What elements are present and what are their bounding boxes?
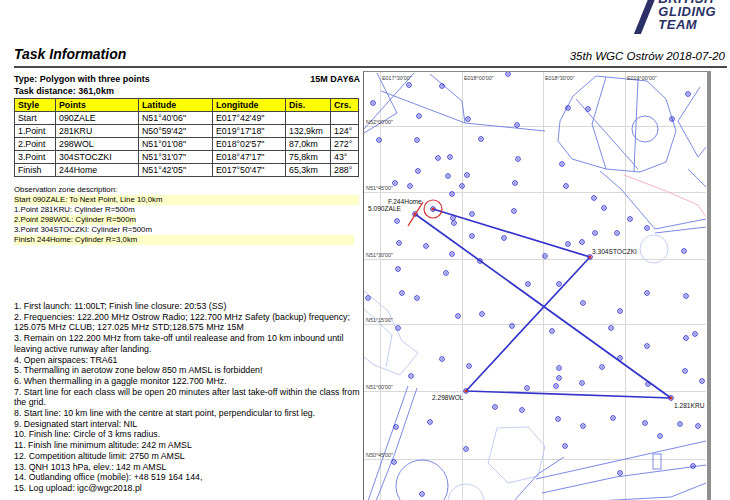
waypoint-dot-center	[521, 409, 523, 411]
waypoint-dot-center	[594, 232, 596, 234]
table-cell: Start	[15, 112, 56, 125]
airspace-boundary	[624, 175, 706, 217]
waypoint-dot-center	[471, 213, 473, 215]
table-cell: 281KRU	[56, 125, 139, 138]
waypoint-dot-center	[679, 423, 681, 425]
waypoint-dot-center	[396, 220, 398, 222]
waypoint-dot-center	[601, 366, 603, 368]
waypoint-dot-center	[378, 139, 380, 141]
table-cell	[286, 112, 331, 125]
table-cell: E017°50'47"	[213, 164, 286, 177]
waypoint-dot-center	[480, 138, 482, 140]
column-header: Style	[15, 99, 56, 112]
airspace-rect	[653, 454, 661, 469]
grid-label-latitude: N50°45'00"	[366, 452, 393, 458]
waypoint-dot-center	[582, 302, 584, 304]
page: BRITISH GLIDING TEAM Task Information 35…	[0, 0, 730, 500]
waypoint-dot-center	[367, 297, 369, 299]
note-item: 6. When thermalling in a gaggle monitor …	[14, 376, 361, 387]
table-cell: 43°	[331, 151, 359, 164]
waypoint-dot-center	[701, 380, 703, 382]
airspace-boundary	[678, 87, 706, 157]
waypoint-dot-center	[619, 357, 621, 359]
waypoint-dot-center	[397, 268, 399, 270]
waypoint-dot-center	[416, 297, 418, 299]
table-cell: N51°31'07"	[139, 151, 213, 164]
grid-label-longitude: E017°30'00"	[382, 75, 412, 81]
waypoint-dot-center	[395, 426, 397, 428]
waypoint-dot-center	[644, 422, 646, 424]
note-item: 4. Open airspaces: TRA61	[14, 355, 361, 366]
table-cell: 1.Point	[15, 125, 56, 138]
waypoint-dot-center	[612, 417, 614, 419]
logo-line-team: TEAM	[658, 18, 697, 31]
header-rule	[14, 66, 727, 68]
observation-zone-text: 2.Point 298WOL: Cylinder R=500m	[14, 215, 136, 225]
airspace-boundary	[542, 465, 706, 493]
waypoint-dot-center	[619, 472, 621, 474]
waypoint-dot-center	[567, 107, 569, 109]
airspace-boundary	[592, 77, 606, 169]
waypoint-dot-center	[555, 385, 557, 387]
waypoint-dot-center	[616, 232, 618, 234]
waypoint-dot-center	[558, 367, 560, 369]
british-gliding-team-logo: BRITISH GLIDING TEAM	[642, 0, 716, 34]
table-cell: 244Home	[56, 164, 139, 177]
note-item: 7. Start line for each class will be ope…	[14, 387, 361, 408]
waypoint-dot-center	[582, 425, 584, 427]
grid-label-latitude: N52°00'00"	[366, 119, 393, 125]
task-map: E017°30'00"E018°00'00"E018°30'00"E019°00…	[364, 72, 706, 500]
waypoint-dot-center	[393, 461, 395, 463]
waypoint-dot-center	[447, 175, 449, 177]
waypoint-dot-center	[471, 235, 473, 237]
waypoint-dot-center	[417, 170, 419, 172]
observation-zone-text: Start 090ZALE: To Next Point, Line 10,0k…	[14, 195, 359, 205]
waypoint-dot-center	[564, 445, 566, 447]
waypoint-dot-center	[503, 237, 505, 239]
waypoint-dot-center	[394, 182, 396, 184]
note-item: 2. Frequencies: 122.200 MHz Ostrow Radio…	[14, 312, 361, 333]
airspace-circle	[448, 484, 484, 500]
task-type: Type: Polygon with three points	[14, 74, 150, 84]
table-cell: N51°40'06"	[139, 112, 213, 125]
waypoint-dot-center	[671, 118, 673, 120]
task-table: StylePointsLatitudeLongitudeDis.Crs. Sta…	[14, 98, 359, 177]
airspace-boundary	[596, 483, 706, 500]
turnpoint-marker	[588, 255, 591, 258]
waypoint-dot-center	[685, 295, 687, 297]
task-panel: Type: Polygon with three points 15M DAY6…	[14, 71, 360, 494]
waypoint-dot-center	[418, 115, 420, 117]
grid-label-latitude: N51°15'00"	[366, 317, 393, 323]
airspace-boundary	[634, 79, 638, 171]
waypoint-dot-center	[461, 185, 463, 187]
turnpoint-marker	[413, 212, 416, 215]
waypoint-dot-center	[558, 283, 560, 285]
waypoint-dot-center	[410, 375, 412, 377]
waypoint-dot-center	[507, 73, 509, 75]
waypoint-dot-center	[429, 421, 431, 423]
waypoint-dot-center	[437, 157, 439, 159]
turnpoint-label: 2.298WOL	[432, 394, 464, 401]
table-cell: 3.Point	[15, 151, 56, 164]
table-row: 1.Point281KRUN50°59'42"E019°17'18"132,9k…	[15, 125, 359, 138]
grid-label-longitude: E018°30'00"	[545, 75, 575, 81]
logo-slash-icon	[634, 0, 657, 34]
waypoint-dot-center	[465, 448, 467, 450]
waypoint-dot-center	[457, 315, 459, 317]
turnpoint-marker	[464, 389, 467, 392]
waypoint-dot-center	[468, 365, 470, 367]
table-cell: 298WOL	[56, 138, 139, 151]
waypoint-dot-center	[513, 210, 515, 212]
note-item: 13. QNH 1013 hPa, elev.: 142 m AMSL	[14, 462, 361, 473]
table-cell: E019°17'18"	[213, 125, 286, 138]
waypoint-dot-center	[683, 250, 685, 252]
table-row: Start090ZALEN51°40'06"E017°42'49"	[15, 112, 359, 125]
waypoint-dot-center	[687, 93, 689, 95]
turnpoint-label: 1.281KRU	[674, 402, 705, 409]
waypoint-dot-center	[466, 174, 468, 176]
waypoint-dot-center	[397, 327, 399, 329]
waypoint-dot-center	[610, 327, 612, 329]
waypoint-dot-center	[593, 197, 595, 199]
note-item: 9. Designated start interval: NIL	[14, 419, 361, 430]
column-header: Points	[56, 99, 139, 112]
